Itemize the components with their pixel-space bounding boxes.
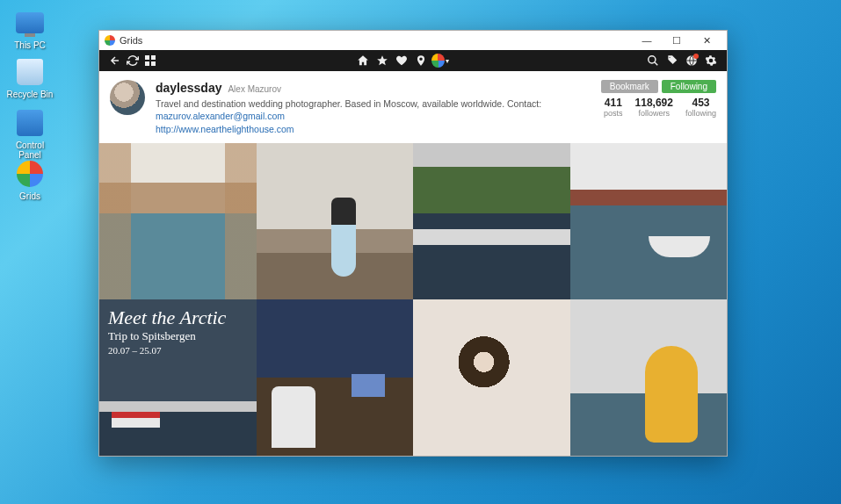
- grids-app-icon: [17, 161, 43, 187]
- chevron-down-icon: ▾: [446, 57, 449, 65]
- recycle-bin-icon: [17, 59, 43, 85]
- search-button[interactable]: [644, 52, 662, 69]
- location-button[interactable]: [412, 52, 430, 69]
- close-button[interactable]: ✕: [692, 32, 721, 49]
- email-link[interactable]: mazurov.alexander@gmail.com: [156, 111, 285, 121]
- minimize-button[interactable]: —: [632, 32, 662, 49]
- photo-tile[interactable]: [413, 299, 570, 456]
- bookmark-button[interactable]: Bookmark: [601, 80, 658, 93]
- location-pin-icon: [415, 54, 427, 67]
- desktop-icon-recycle-bin[interactable]: Recycle Bin: [4, 56, 56, 99]
- profile-header: daylessday Alex Mazurov Travel and desti…: [99, 71, 727, 143]
- svg-rect-0: [145, 55, 149, 60]
- svg-point-4: [649, 56, 656, 63]
- posts-stat[interactable]: 411 posts: [604, 97, 623, 118]
- control-panel-icon: [17, 110, 43, 136]
- heart-button[interactable]: [393, 52, 410, 69]
- settings-button[interactable]: [702, 52, 720, 69]
- search-icon: [647, 54, 659, 67]
- photo-grid: Meet the Arctic Trip to Spitsbergen 20.0…: [99, 143, 727, 456]
- tag-button[interactable]: [663, 52, 681, 69]
- avatar[interactable]: [110, 80, 145, 115]
- refresh-icon: [127, 54, 139, 67]
- grid-view-button[interactable]: [141, 52, 159, 69]
- photo-tile[interactable]: [99, 143, 257, 299]
- home-icon: [357, 54, 369, 67]
- grid-icon: [145, 55, 156, 66]
- website-link[interactable]: http://www.nearthelighthouse.com: [156, 124, 294, 134]
- desktop-label: Grids: [4, 191, 56, 201]
- svg-rect-3: [151, 61, 156, 66]
- following-stat[interactable]: 453 following: [685, 97, 716, 118]
- photo-overlay-text: Meet the Arctic Trip to Spitsbergen 20.0…: [108, 306, 226, 356]
- photo-tile[interactable]: [257, 299, 414, 456]
- following-button[interactable]: Following: [662, 80, 716, 93]
- desktop-icon-control-panel[interactable]: Control Panel: [4, 107, 56, 160]
- desktop-icon-this-pc[interactable]: This PC: [4, 7, 56, 50]
- photo-tile[interactable]: [570, 299, 728, 456]
- account-icon: [431, 54, 445, 68]
- real-name: Alex Mazurov: [228, 84, 281, 94]
- star-button[interactable]: [373, 52, 391, 69]
- photo-tile[interactable]: Meet the Arctic Trip to Spitsbergen 20.0…: [99, 299, 257, 456]
- photo-tile[interactable]: [570, 143, 728, 299]
- titlebar[interactable]: Grids — ☐ ✕: [99, 31, 727, 50]
- desktop-label: Recycle Bin: [4, 90, 56, 99]
- window-title: Grids: [120, 35, 142, 46]
- tag-icon: [666, 54, 678, 67]
- refresh-button[interactable]: [124, 52, 141, 69]
- desktop-icon-grids[interactable]: Grids: [4, 158, 56, 201]
- back-arrow-icon: [109, 54, 121, 67]
- desktop-label: This PC: [4, 40, 56, 50]
- photo-tile[interactable]: [257, 143, 414, 299]
- app-icon: [105, 35, 115, 46]
- notifications-button[interactable]: [683, 52, 700, 69]
- toolbar: ▾: [99, 50, 727, 71]
- photo-tile[interactable]: [413, 143, 570, 299]
- heart-icon: [395, 54, 408, 67]
- bio: Travel and destination wedding photograp…: [156, 97, 591, 123]
- username[interactable]: daylessday: [156, 81, 222, 95]
- account-menu-button[interactable]: ▾: [431, 52, 449, 69]
- home-button[interactable]: [354, 52, 372, 69]
- star-icon: [376, 54, 388, 67]
- desktop-label: Control Panel: [4, 140, 56, 160]
- followers-stat[interactable]: 118,692 followers: [635, 97, 673, 118]
- grids-window: Grids — ☐ ✕: [98, 30, 728, 457]
- back-button[interactable]: [106, 52, 124, 69]
- svg-rect-2: [145, 61, 149, 66]
- globe-icon: [685, 54, 698, 67]
- svg-rect-1: [151, 55, 156, 60]
- pc-icon: [16, 12, 44, 33]
- maximize-button[interactable]: ☐: [662, 32, 692, 49]
- gear-icon: [705, 54, 717, 67]
